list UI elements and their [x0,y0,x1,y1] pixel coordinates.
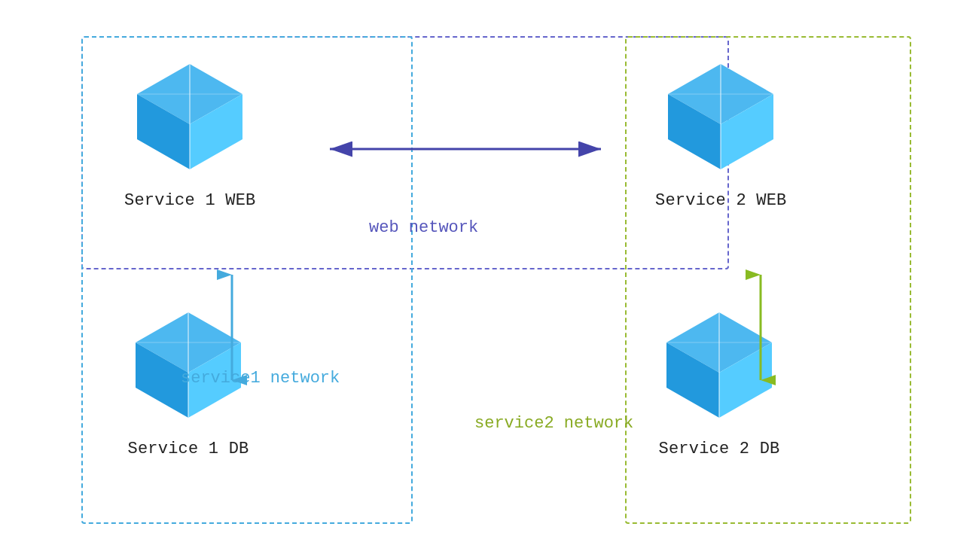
main-canvas: Service 1 WEB Service 2 WEB [0,0,979,560]
service2-web-cube [657,53,785,181]
service1-network-label: service1 network [181,369,340,388]
service1-db-label: Service 1 DB [127,440,249,458]
service1-web-cube [126,53,254,181]
service2-network-label: service2 network [474,414,633,433]
service1-web-node: Service 1 WEB [124,53,256,210]
web-network-arrow [322,134,608,164]
service2-network-arrow [746,267,776,388]
service2-web-node: Service 2 WEB [655,53,787,210]
service1-web-label: Service 1 WEB [124,191,256,210]
service2-web-label: Service 2 WEB [655,191,787,210]
web-network-label: web network [369,218,478,237]
service2-db-label: Service 2 DB [658,440,779,458]
